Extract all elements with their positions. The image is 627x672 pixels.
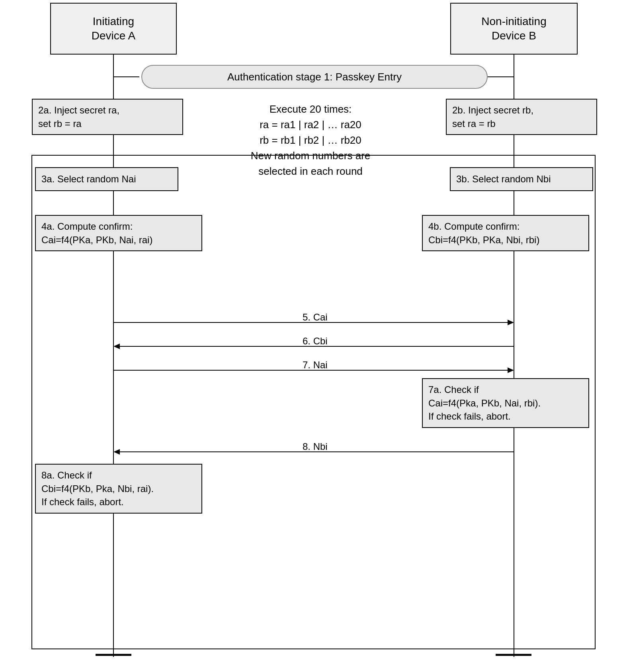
step-2a-box: 2a. Inject secret ra, set rb = ra <box>32 99 183 135</box>
arrow-6-label: 6. Cbi <box>303 336 328 347</box>
step-2b-box: 2b. Inject secret rb, set ra = rb <box>446 99 597 135</box>
svg-marker-12 <box>508 320 514 325</box>
svg-marker-18 <box>113 449 120 455</box>
svg-marker-14 <box>113 344 120 349</box>
step-8a-box: 8a. Check if Cbi=f4(PKb, Pka, Nbi, rai).… <box>35 464 202 514</box>
arrow-8-label: 8. Nbi <box>303 441 328 452</box>
auth-stage-pill: Authentication stage 1: Passkey Entry <box>141 65 488 89</box>
step-3b-box: 3b. Select random Nbi <box>450 167 593 191</box>
svg-marker-16 <box>508 367 514 373</box>
diagram-container: Initiating Device A Non-initiating Devic… <box>0 0 627 672</box>
device-b-box: Non-initiating Device B <box>450 3 578 55</box>
step-3a-box: 3a. Select random Nai <box>35 167 178 191</box>
arrow-5-label: 5. Cai <box>303 312 328 323</box>
step-4a-box: 4a. Compute confirm: Cai=f4(PKa, PKb, Na… <box>35 215 202 251</box>
device-a-box: Initiating Device A <box>50 3 177 55</box>
loop-description: Execute 20 times: ra = ra1 | ra2 | … ra2… <box>191 102 430 179</box>
arrow-7-label: 7. Nai <box>303 359 328 371</box>
step-4b-box: 4b. Compute confirm: Cbi=f4(PKb, PKa, Nb… <box>422 215 589 251</box>
step-7a-box: 7a. Check if Cai=f4(Pka, PKb, Nai, rbi).… <box>422 378 589 428</box>
